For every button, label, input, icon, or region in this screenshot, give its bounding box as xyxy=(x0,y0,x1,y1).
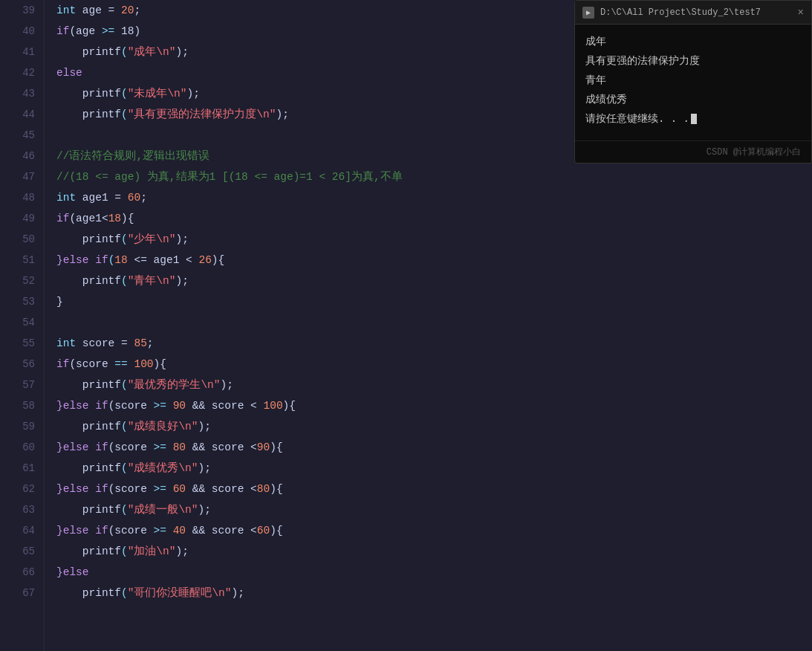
code-token: (age1< xyxy=(69,213,108,224)
code-token: ); xyxy=(176,545,189,557)
code-token: "成绩良好\n" xyxy=(128,421,198,433)
code-token: ; xyxy=(134,4,140,16)
code-token: }else xyxy=(56,566,89,578)
code-token: "成绩一般\n" xyxy=(128,504,198,516)
code-token: "少年\n" xyxy=(128,233,176,245)
code-line: printf("少年\n"); xyxy=(56,229,812,250)
code-line: printf("最优秀的学生\n"); xyxy=(56,375,812,395)
code-token: if xyxy=(56,213,69,224)
line-number: 59 xyxy=(9,416,35,437)
code-token: (score xyxy=(69,358,114,370)
code-token: ; xyxy=(147,337,154,349)
code-token: score = xyxy=(76,337,134,349)
code-token: ( xyxy=(121,504,128,516)
code-token: ); xyxy=(176,46,189,58)
code-token: printf xyxy=(56,233,121,245)
code-token: 40 xyxy=(173,525,186,537)
line-number: 51 xyxy=(9,250,35,271)
code-line: printf("成绩良好\n"); xyxy=(56,416,812,437)
line-number: 66 xyxy=(9,562,35,583)
code-line: if(score == 100){ xyxy=(56,354,812,375)
terminal-footer: CSDN @计算机编程小白 xyxy=(575,140,811,163)
code-token: }else if xyxy=(56,483,108,495)
code-token: }else if xyxy=(56,441,108,453)
code-token: printf xyxy=(56,504,121,516)
line-number: 44 xyxy=(9,104,35,125)
code-token: ( xyxy=(121,275,128,287)
code-line xyxy=(56,312,812,333)
terminal-header: ▶ D:\C\All Project\Study_2\test7 × xyxy=(575,1,811,25)
code-token: ){ xyxy=(270,525,282,537)
code-token: else xyxy=(56,67,82,79)
code-token xyxy=(166,483,173,495)
code-token: ( xyxy=(121,421,128,433)
line-number: 42 xyxy=(9,62,35,83)
code-token: 80 xyxy=(257,483,270,495)
terminal-output-line: 青年 xyxy=(585,71,801,90)
code-token: ); xyxy=(221,379,233,391)
code-token: 60 xyxy=(128,192,140,204)
line-number: 43 xyxy=(9,83,35,104)
code-token xyxy=(166,441,173,453)
code-token: >= xyxy=(154,441,166,453)
terminal-cursor xyxy=(691,114,697,124)
code-line: }else if(18 <= age1 < 26){ xyxy=(56,250,812,271)
line-number: 41 xyxy=(9,42,35,62)
code-line: } xyxy=(56,291,812,312)
code-token: >= xyxy=(154,483,166,495)
code-line: }else xyxy=(56,562,812,583)
code-token: ); xyxy=(232,587,244,599)
code-token: "具有更强的法律保护力度\n" xyxy=(128,108,276,120)
code-token xyxy=(166,400,173,412)
line-number: 54 xyxy=(9,312,35,333)
code-token: } xyxy=(56,296,63,308)
code-token: ( xyxy=(121,108,128,120)
line-number: 56 xyxy=(9,354,35,375)
code-token: ); xyxy=(198,462,211,474)
line-number: 50 xyxy=(9,229,35,250)
code-token: && score < xyxy=(186,441,257,453)
code-line: int age1 = 60; xyxy=(56,187,812,208)
code-token: ( xyxy=(121,233,128,245)
code-line: printf("青年\n"); xyxy=(56,271,812,291)
terminal-popup: ▶ D:\C\All Project\Study_2\test7 × 成年具有更… xyxy=(574,0,812,163)
code-token: printf xyxy=(56,275,121,287)
code-token: ( xyxy=(121,379,128,391)
code-token: 26 xyxy=(198,254,211,266)
line-number: 49 xyxy=(9,208,35,229)
code-token: age1 = xyxy=(76,192,128,204)
line-number: 64 xyxy=(9,520,35,541)
line-number: 53 xyxy=(9,291,35,312)
code-token: int xyxy=(56,192,76,204)
code-token: int xyxy=(56,337,76,349)
terminal-title: D:\C\All Project\Study_2\test7 xyxy=(600,7,761,18)
line-number: 40 xyxy=(9,21,35,42)
line-number: 62 xyxy=(9,479,35,499)
code-token: ( xyxy=(121,545,128,557)
code-token: ; xyxy=(140,192,147,204)
line-number: 61 xyxy=(9,458,35,479)
line-number: 48 xyxy=(9,187,35,208)
line-number: 52 xyxy=(9,271,35,291)
code-token: >= xyxy=(154,400,166,412)
code-token: }else if xyxy=(56,400,108,412)
code-token: ( xyxy=(121,462,128,474)
line-number: 67 xyxy=(9,583,35,603)
terminal-close-button[interactable]: × xyxy=(798,7,804,18)
code-line: //(18 <= age) 为真,结果为1 [(18 <= age)=1 < 2… xyxy=(56,166,812,187)
code-token: (score xyxy=(108,441,154,453)
terminal-output-line: 具有更强的法律保护力度 xyxy=(585,51,801,71)
code-line: if(age1<18){ xyxy=(56,208,812,229)
code-token: printf xyxy=(56,545,121,557)
code-token: >= xyxy=(154,525,166,537)
code-token: && score < xyxy=(186,525,257,537)
line-number: 63 xyxy=(9,499,35,520)
terminal-output-line: 成绩优秀 xyxy=(585,90,801,109)
code-token: "成绩优秀\n" xyxy=(128,462,198,474)
code-token: printf xyxy=(56,421,121,433)
line-number: 65 xyxy=(9,541,35,562)
code-token: 100 xyxy=(134,358,153,370)
code-token: 85 xyxy=(134,337,146,349)
code-token: printf xyxy=(56,46,121,58)
code-token: printf xyxy=(56,108,121,120)
